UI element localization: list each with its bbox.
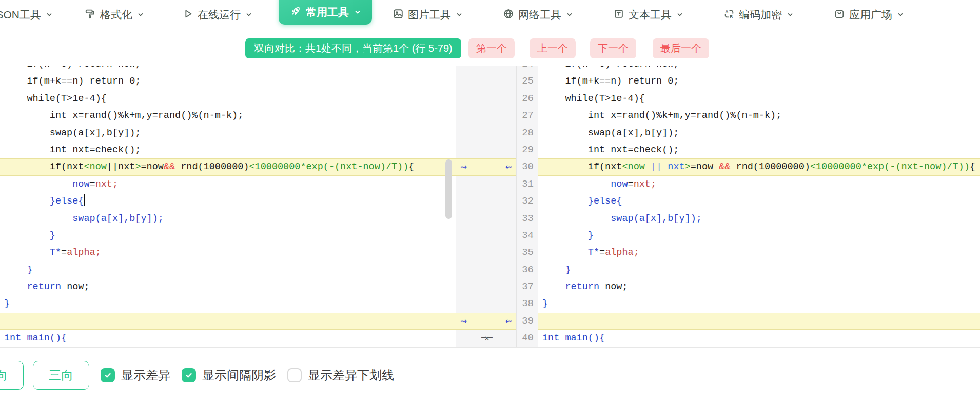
code-line[interactable]: swap(a[x],b[y]); (538, 210, 980, 227)
code-token: if(nxt (4, 162, 84, 172)
code-token: int nxt=check(); (542, 145, 679, 155)
code-line[interactable]: while(T>1e-4){ (0, 90, 456, 107)
code-line[interactable]: if(m+k==n) return 0; (0, 73, 456, 90)
prev-diff-button[interactable]: 上一个 (530, 38, 576, 58)
three-way-mode-button[interactable]: 三向 (33, 361, 89, 390)
code-line[interactable]: int x=rand()%k+m,y=rand()%(n-m-k); (538, 107, 980, 124)
nav-item-network-tools[interactable]: 网络工具 (503, 0, 573, 30)
code-line[interactable]: int nxt=check(); (538, 142, 980, 158)
code-line[interactable]: T*=alpha; (538, 244, 980, 261)
code-token: nxt; (95, 179, 118, 190)
code-line[interactable]: } (0, 295, 456, 312)
code-token (4, 179, 72, 190)
gutter-row (456, 295, 516, 312)
code-line[interactable]: if(nxt<now || nxt>=now && rnd(10000000)<… (538, 158, 980, 175)
show-gap-shadow-checkbox-group[interactable]: 显示间隔阴影 (182, 367, 276, 384)
nav-item-app-plaza[interactable]: 应用广场 (834, 0, 904, 30)
gutter-row (456, 90, 516, 107)
nav-item-common-tools[interactable]: 常用工具 (279, 0, 372, 25)
code-token: T* (588, 247, 599, 258)
code-line[interactable]: swap(a[x],b[y]); (538, 125, 980, 142)
code-line[interactable]: swap(a[x],b[y]); (0, 210, 456, 227)
code-line[interactable] (538, 313, 980, 330)
code-line[interactable]: if(m+k==n) return 0; (538, 73, 980, 90)
merge-both-icon[interactable]: ⇒⇐ (456, 330, 516, 347)
two-way-mode-button[interactable]: 双向 (0, 361, 24, 390)
code-line[interactable]: } (538, 227, 980, 244)
merge-right-arrow-icon[interactable]: ⇝ (460, 313, 467, 330)
first-diff-button[interactable]: 第一个 (468, 38, 515, 58)
left-pane-scrollbar-thumb[interactable] (445, 159, 452, 219)
code-token: || (651, 162, 662, 172)
nav-item-format[interactable]: 格式化 (85, 0, 144, 30)
code-line[interactable]: } (0, 261, 456, 278)
nav-item-run-online[interactable]: 在线运行 (182, 0, 252, 30)
code-token: =now (141, 162, 164, 172)
checkbox-checked-icon[interactable] (182, 368, 196, 382)
gutter-row (456, 227, 516, 244)
right-code-pane[interactable]: if(k==0) return now; if(m+k==n) return 0… (538, 66, 980, 347)
merge-left-arrow-icon[interactable]: ⇜ (505, 158, 512, 175)
line-number: 38 (517, 295, 538, 312)
text-frame-icon (613, 8, 624, 22)
code-line[interactable]: }else{ (0, 193, 456, 210)
nav-item-image-tools[interactable]: 图片工具 (393, 0, 462, 30)
code-token: = (61, 247, 67, 258)
code-line[interactable]: } (0, 227, 456, 244)
code-line[interactable]: } (538, 295, 980, 312)
nav-item-encode-encrypt[interactable]: A B 编码加密 (723, 0, 793, 30)
code-line[interactable]: now=nxt; (538, 176, 980, 193)
last-diff-button[interactable]: 最后一个 (653, 38, 709, 58)
merge-right-arrow-icon[interactable]: ⇝ (460, 158, 467, 175)
code-line[interactable]: } (538, 261, 980, 278)
show-diff-checkbox-group[interactable]: 显示差异 (101, 367, 170, 384)
code-token: now; (599, 281, 628, 292)
code-line[interactable]: T*=alpha; (0, 244, 456, 261)
merge-left-arrow-icon[interactable]: ⇜ (505, 313, 512, 330)
code-token: <10000000*exp(-(nxt-now)/T)) (810, 162, 970, 172)
next-diff-button[interactable]: 下一个 (590, 38, 636, 58)
line-number: 31 (517, 176, 538, 193)
code-token: } (542, 230, 594, 241)
line-number: 28 (517, 125, 538, 142)
code-line[interactable]: if(k==0) return now; (0, 66, 456, 73)
show-diff-underline-checkbox-group[interactable]: 显示差异下划线 (287, 367, 394, 384)
code-line[interactable]: return now; (0, 278, 456, 295)
code-token (542, 281, 565, 292)
code-line[interactable]: now=nxt; (0, 176, 456, 193)
nav-item-json-tools[interactable]: JSON工具 (0, 0, 52, 30)
bag-icon (834, 8, 845, 22)
chevron-down-icon (456, 12, 462, 18)
code-token: swap(a[x],b[y]); (4, 213, 164, 224)
code-line[interactable] (0, 313, 456, 330)
code-line[interactable]: int nxt=check(); (0, 142, 456, 158)
checkbox-unchecked-icon[interactable] (287, 368, 302, 382)
top-navbar: JSON工具 格式化 在线运行 (0, 0, 980, 30)
gutter-row (456, 142, 516, 158)
line-number: 33 (517, 210, 538, 227)
code-line[interactable]: int x=rand()%k+m,y=rand()%(n-m-k); (0, 107, 456, 124)
gutter-row (456, 176, 516, 193)
line-number: 27 (517, 107, 538, 124)
nav-item-text-tools[interactable]: 文本工具 (613, 0, 683, 30)
code-line[interactable]: if(k==0) return now; (538, 66, 980, 73)
code-line[interactable]: if(nxt<now||nxt>=now&& rnd(1000000)<1000… (0, 158, 456, 175)
image-icon (393, 8, 404, 22)
code-token: int x=rand()%k+m,y=rand()%(n-m-k); (542, 110, 781, 121)
code-line[interactable]: return now; (538, 278, 980, 295)
nav-item-label: JSON工具 (0, 8, 41, 22)
nav-item-label: 图片工具 (408, 8, 451, 22)
chevron-down-icon (677, 12, 683, 18)
svg-text:B: B (730, 14, 733, 19)
checkbox-checked-icon[interactable] (101, 368, 115, 382)
gutter-row: ⇒⇐ (456, 330, 516, 347)
code-line[interactable]: int main(){ (538, 330, 980, 347)
line-numbers-column: 2425262728293031323334353637383940 (517, 66, 538, 347)
code-line[interactable]: int main(){ (0, 330, 456, 347)
code-line[interactable]: while(T>1e-4){ (538, 90, 980, 107)
gutter-row (456, 278, 516, 295)
code-token: while(T>1e-4){ (542, 93, 645, 104)
code-line[interactable]: swap(a[x],b[y]); (0, 125, 456, 142)
left-code-pane[interactable]: if(k==0) return now; if(m+k==n) return 0… (0, 66, 456, 347)
code-line[interactable]: }else{ (538, 193, 980, 210)
